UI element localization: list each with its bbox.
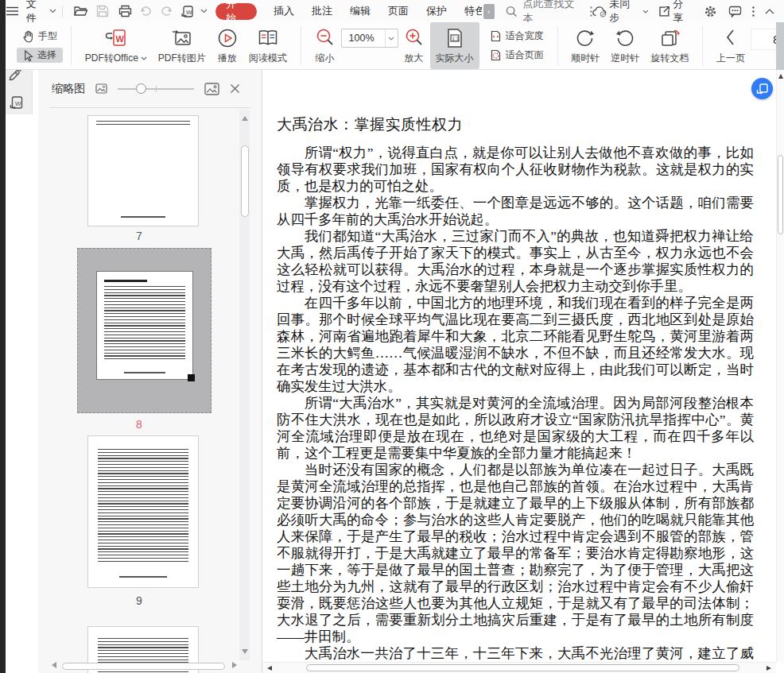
svg-text:W: W xyxy=(15,99,21,106)
tab-comment[interactable]: 批注 xyxy=(312,4,332,18)
open-file-icon[interactable] xyxy=(73,4,87,18)
tab-protect[interactable]: 保护 xyxy=(426,4,447,18)
quick-convert-float-button[interactable] xyxy=(751,78,773,99)
fit-width-button[interactable]: 适合宽度 xyxy=(484,29,549,44)
page-8-label: 8 xyxy=(38,418,240,431)
panel-scroll-left-arrow[interactable] xyxy=(52,662,56,668)
cursor-icon xyxy=(22,49,33,62)
actual-size-button[interactable]: 1:1 实际大小 xyxy=(430,22,479,69)
pdf-to-office-button[interactable]: W PDF转Office xyxy=(80,22,153,69)
rotate-document-button[interactable]: 旋转文档 xyxy=(645,22,694,69)
close-panel-icon[interactable] xyxy=(230,83,240,94)
panel-title: 缩略图 xyxy=(52,82,85,96)
reading-mode-icon xyxy=(257,28,279,48)
rotate-counterclockwise-label: 逆时针 xyxy=(611,52,639,65)
page-9-label: 9 xyxy=(38,594,240,607)
hand-tool-button[interactable]: 手型 xyxy=(17,29,63,44)
print-icon[interactable] xyxy=(118,4,132,18)
play-button[interactable]: 播放 xyxy=(212,22,243,69)
thumbnail-large-icon[interactable] xyxy=(204,83,219,95)
ribbon-separator xyxy=(71,26,72,65)
document-vertical-scrollbar[interactable] xyxy=(776,70,784,662)
page-9-thumbnail[interactable] xyxy=(87,435,199,588)
page-7-text-preview xyxy=(96,121,190,127)
convert-to-word-icon[interactable]: W xyxy=(4,91,28,114)
page-9-footer-line xyxy=(119,576,168,578)
panel-scroll-right-arrow[interactable] xyxy=(232,662,237,668)
scroll-up-arrow[interactable] xyxy=(242,116,248,121)
fit-page-icon xyxy=(490,49,502,61)
thumbnail-small-icon[interactable] xyxy=(95,83,107,94)
zoom-out-label: 缩小 xyxy=(316,52,335,65)
tab-overflow-button[interactable]: › xyxy=(483,4,495,19)
page-7-thumbnail[interactable] xyxy=(87,115,199,226)
rotate-clockwise-button[interactable]: 顺时针 xyxy=(565,22,605,69)
page-8-selection-handle[interactable] xyxy=(188,374,195,381)
panel-vertical-scrollbar[interactable] xyxy=(239,110,250,660)
zoom-level-combobox[interactable]: 100% xyxy=(341,29,398,48)
convert-doc-icon xyxy=(756,83,768,95)
fit-page-button[interactable]: 适合页面 xyxy=(484,48,549,63)
doc-scrollbar-thumb[interactable] xyxy=(778,155,783,234)
panel-hscrollbar-thumb[interactable] xyxy=(62,663,225,670)
zoom-combobox-caret[interactable] xyxy=(385,29,398,47)
chevron-down-icon xyxy=(49,9,56,14)
chevron-down-icon xyxy=(388,37,394,41)
share-icon xyxy=(658,6,670,17)
reading-mode-button[interactable]: 阅读模式 xyxy=(243,22,293,69)
panel-horizontal-scrollbar[interactable] xyxy=(62,662,227,671)
doc-scroll-left-arrow[interactable] xyxy=(267,666,272,671)
more-options-icon[interactable] xyxy=(752,6,755,17)
zoom-out-icon xyxy=(315,28,336,48)
export-to-word-icon[interactable]: W xyxy=(180,4,195,18)
doc-scroll-right-arrow[interactable] xyxy=(767,666,771,671)
fit-page-label: 适合页面 xyxy=(506,48,544,62)
doc-scroll-up-arrow[interactable] xyxy=(778,74,783,79)
document-view[interactable]: 大禹治水：掌握实质性权力 所谓“权力”，说得直白点，就是你可以让别人去做他不喜欢… xyxy=(262,70,784,673)
tab-home[interactable]: 开始 xyxy=(215,3,257,20)
pdf-to-image-label: PDF转图片 xyxy=(158,52,206,65)
thumbnail-panel: 缩略图 7 8 9 xyxy=(38,70,262,673)
doc-hscrollbar-thumb[interactable] xyxy=(306,664,739,671)
panel-scrollbar-thumb[interactable] xyxy=(241,145,249,217)
scroll-down-arrow[interactable] xyxy=(242,649,248,654)
play-icon xyxy=(217,28,238,48)
ribbon-separator xyxy=(557,26,558,65)
select-tool-button[interactable]: 选择 xyxy=(17,48,63,63)
pdf-to-image-button[interactable]: PDF转图片 xyxy=(153,22,212,69)
tab-insert[interactable]: 插入 xyxy=(274,4,294,18)
chevron-down-icon xyxy=(642,10,649,14)
zoom-out-button[interactable]: 缩小 xyxy=(309,22,341,69)
collapse-ribbon-icon[interactable] xyxy=(765,9,774,14)
settings-gear-icon[interactable] xyxy=(704,4,718,18)
thumbnail-panel-header: 缩略图 xyxy=(38,70,262,107)
hamburger-menu-icon[interactable] xyxy=(6,4,20,18)
pointer-tools-group: 手型 选择 xyxy=(17,22,63,69)
pdf-to-office-icon: W xyxy=(105,28,127,48)
redo-icon[interactable] xyxy=(160,4,174,18)
previous-page-button[interactable]: 上一页 xyxy=(711,22,751,69)
page-8-thumbnail-selected[interactable] xyxy=(77,248,212,413)
document-horizontal-scrollbar[interactable] xyxy=(262,662,776,673)
tab-features[interactable]: 特色功能 xyxy=(464,4,482,18)
rotate-counterclockwise-icon xyxy=(615,28,635,48)
tab-page[interactable]: 页面 xyxy=(388,4,409,18)
save-icon[interactable] xyxy=(95,4,110,18)
svg-text:1:1: 1:1 xyxy=(452,36,459,41)
quickbar-dropdown-icon[interactable] xyxy=(200,9,208,14)
divider xyxy=(62,6,63,17)
feedback-comment-icon[interactable] xyxy=(728,4,743,18)
slider-knob[interactable] xyxy=(136,83,146,94)
document-paragraph: 当时还没有国家的概念，人们都是以部族为单位凑在一起过日子。大禹既是黄河全流域治理… xyxy=(277,462,754,645)
play-label: 播放 xyxy=(218,52,237,65)
thumbnail-size-slider[interactable] xyxy=(118,83,194,95)
fit-width-label: 适合宽度 xyxy=(506,29,544,43)
zoom-in-button[interactable]: 放大 xyxy=(398,22,430,69)
document-paragraph: 在四千多年以前，中国北方的地理环境，和我们现在看到的样子完全是两回事。那个时候全… xyxy=(277,295,754,395)
document-paragraph: 掌握权力，光靠一纸委任、一个图章是远远不够的。这个话题，咱们需要从四千多年前的大… xyxy=(277,195,754,228)
ribbon-right-edge xyxy=(776,22,784,70)
undo-icon[interactable] xyxy=(139,4,153,18)
menubar: 文件 W 开始 插入 批注 编辑 页面 保护 特色功能 › 点此查找文本 未同步 xyxy=(6,0,784,22)
rotate-counterclockwise-button[interactable]: 逆时针 xyxy=(605,22,645,69)
tab-edit[interactable]: 编辑 xyxy=(350,4,371,18)
